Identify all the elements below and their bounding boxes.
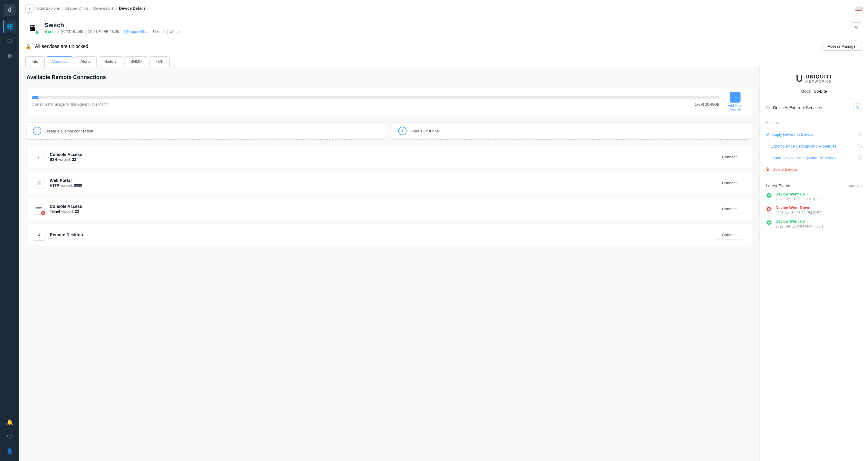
book-icon[interactable]: 📖 [855,5,862,12]
device-vendor: Ubiquiti [153,30,165,34]
event-up-dot-1 [766,193,772,199]
traffic-bar-wrapper: Overall Traffic usage for this Agent in … [32,96,719,107]
traffic-bar-container [32,96,719,99]
import-settings-label: Import Device Settings and Properties [770,156,855,160]
ssh-connect-button[interactable]: Connect › [716,152,746,162]
tcp-tunnel-label: Open TCP tunnel [410,129,440,133]
traffic-label: Overall Traffic usage for this Agent in … [32,102,108,107]
device-info: Switch online @172.16.1.60 | D0:21:F9:EB… [44,22,181,34]
http-connect-button[interactable]: Connect › [716,178,746,188]
ubiquiti-name: UBIQUITI [805,74,832,80]
ubiquiti-sub: NETWORKS [805,80,832,83]
unlock-bar: 🔒 All services are unlocked Access Manag… [25,39,862,54]
chevron-right-icon-2: › [738,181,740,185]
telnet-icon: ✕ [33,203,45,215]
telnet-lines-icon [36,207,42,210]
event-info-1: Device Went Up 2023 Jan 31 09:33 AM (CET… [775,192,822,201]
remote-desktop-conn-info: Remote Desktop [50,232,711,237]
device-edit-button[interactable]: ✎ [851,22,862,33]
breadcrumb-current: Device Details [119,6,146,10]
device-header: 🖥 Switch online @172.16.1.60 | D0:21:F9:… [19,17,868,39]
apply-drivers-action[interactable]: ⚙ Apply Drivers to Device ⓘ [766,128,862,140]
online-badge: online [44,30,59,34]
help-icon-2[interactable]: ⓘ [858,143,862,149]
connection-item-telnet: ✕ Console Access Telnet via port: 23 Con… [27,198,752,220]
tab-info[interactable]: Info [25,56,44,67]
plus-circle-icon: + [33,127,41,135]
plus-circle-tcp-icon: + [398,127,407,135]
latest-events-title: Latest Events [766,183,847,188]
ext-services-title: Devices External Services [773,105,850,110]
tab-connect[interactable]: Connect [46,56,73,67]
telnet-connect-button[interactable]: Connect › [716,204,746,214]
event-info-2: Device Went Down 2023 Jan 30 07:59 PM (C… [775,205,823,215]
telnet-conn-info: Console Access Telnet via port: 23 [50,204,711,213]
ubiquiti-u-letter: U [796,73,803,84]
tab-alerts[interactable]: Alerts [74,56,97,67]
tab-tcp[interactable]: TCP [149,56,170,67]
app-logo[interactable]: d [4,4,16,16]
export-settings-label: Export Device Settings and Properties [770,144,855,148]
gear-icon: ⚙ [766,105,770,111]
see-all-button[interactable]: See All › [847,184,862,188]
help-icon-1[interactable]: ⓘ [858,132,862,137]
ext-services-edit-button[interactable]: ✎ [854,104,862,112]
breadcrumb-sites[interactable]: Sites Explorer [36,6,61,10]
traffic-info: Overall Traffic usage for this Agent in … [32,102,719,107]
event-info-3: Device Went Up 2022 Dec 15 03:43 PM (CET… [775,219,823,228]
delete-device-action[interactable]: 🗑 Delete Device [766,164,862,175]
event-title-2: Device Went Down [775,205,823,210]
event-time-2: 2023 Jan 30 07:59 PM (CET) [775,210,823,215]
import-settings-action[interactable]: ↑ Import Device Settings and Properties … [766,152,862,164]
device-status-indicator [35,30,39,34]
breadcrumb: Sites Explorer / Draper Office / Devices… [36,6,146,10]
unlock-text: All services are unlocked [35,44,88,49]
remote-desktop-title: Remote Desktop [50,232,711,237]
tab-history[interactable]: History [98,56,123,67]
event-item-2: Device Went Down 2023 Jan 30 07:59 PM (C… [766,205,862,215]
vendor-logo: U UBIQUITI NETWORKS [766,73,862,84]
trash-icon: 🗑 [766,167,770,172]
device-model: U6-Lite [170,30,181,34]
nav-item-cube[interactable]: ⬡ [4,35,16,47]
open-tcp-tunnel-button[interactable]: + Open TCP tunnel [392,122,752,140]
export-settings-action[interactable]: ↓ Export Device Settings and Properties … [766,140,862,152]
breadcrumb-sep-3: / [116,6,117,10]
device-mac: D0:21:F9:EB:4B:58 [88,30,119,34]
nav-item-user[interactable]: 👤 [4,445,16,457]
event-time-1: 2023 Jan 31 09:33 AM (CET) [775,197,822,201]
nav-item-globe[interactable]: 🌐 [3,21,16,33]
tabs-container: Info Connect Alerts History SNMP TCP [25,54,862,67]
nav-item-bell[interactable]: 🔔 [4,416,16,428]
connection-item-remote-desktop: 🖥 Remote Desktop Connect › [27,224,752,246]
error-badge: ✕ [40,210,46,216]
connection-item-http: ⬜ Web Portal HTTP via port: 8080 Connect [27,172,752,194]
main-area: ‹ Sites Explorer / Draper Office / Devic… [19,0,868,461]
tab-snmp[interactable]: SNMP [124,56,148,67]
online-dot [44,30,47,33]
content-area: 🖥 Switch online @172.16.1.60 | D0:21:F9:… [19,17,868,461]
ssh-title: Console Access [50,152,711,157]
section-title: Available Remote Connections [27,74,752,81]
drivers-icon: ⚙ [766,132,770,137]
help-icon-3[interactable]: ⓘ [858,155,862,161]
http-title: Web Portal [50,178,711,183]
remote-desktop-connect-button[interactable]: Connect › [716,230,746,240]
traffic-bar-fill [32,96,38,99]
device-site-link[interactable]: @Draper Office [124,30,149,34]
access-manager-button[interactable]: Access Manager [823,42,862,51]
nav-item-list[interactable]: ▦ [4,50,16,62]
export-icon: ↓ [766,144,768,148]
device-ip: @172.16.1.60 [60,30,83,34]
nav-item-shield[interactable]: 🛡 [4,431,16,443]
main-content: Available Remote Connections Overall Tra… [19,67,868,461]
device-meta: online @172.16.1.60 | D0:21:F9:EB:4B:58 … [44,30,181,34]
back-button[interactable]: ‹ [25,4,34,13]
import-icon: ↑ [766,155,768,160]
breadcrumb-devices[interactable]: Devices List [93,6,114,10]
create-custom-connection-button[interactable]: + Create a custom connection [27,122,387,140]
breadcrumb-office[interactable]: Draper Office [65,6,89,10]
traffic-section: Overall Traffic usage for this Agent in … [27,87,752,116]
add-capacity-button[interactable]: + Add More Capacity [723,92,747,111]
lock-icon: 🔒 [25,44,31,49]
